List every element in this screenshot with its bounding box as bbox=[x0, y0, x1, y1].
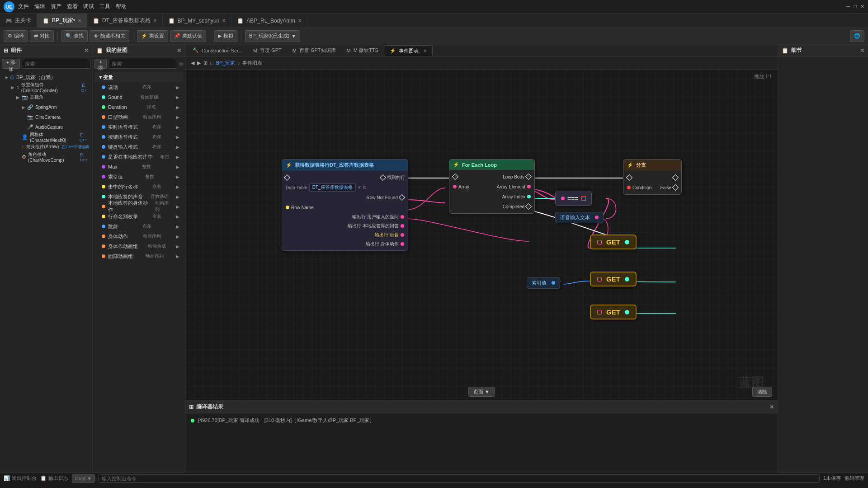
status-output-log[interactable]: 📋 输出日志 bbox=[40, 475, 68, 482]
console-input[interactable] bbox=[99, 474, 820, 483]
bp-var-local-db[interactable]: 是否在本地应答库中 布尔 ▶ bbox=[94, 152, 183, 162]
class-defaults-button[interactable]: 📌类默认值 bbox=[170, 30, 206, 42]
tab-main-level[interactable]: 🎮 主关卡 bbox=[0, 14, 37, 28]
tree-mesh[interactable]: 👤 网格体(CharacterMesh0) 在C++ bbox=[2, 132, 90, 142]
maximize-btn[interactable]: □ bbox=[854, 4, 857, 9]
canvas-tab-baidu-gpt[interactable]: M 百度 GPT bbox=[248, 45, 287, 56]
menu-file[interactable]: 文件 bbox=[18, 3, 29, 10]
bp-var-face-group[interactable]: 面部动画组 动画序列 ▶ bbox=[94, 251, 183, 261]
get-node-1[interactable]: GET bbox=[590, 235, 637, 249]
bp-var-duration[interactable]: Duration 浮点 ▶ bbox=[94, 102, 183, 112]
component-search-input[interactable] bbox=[22, 59, 90, 69]
dt-pick-icon[interactable]: ⊟ bbox=[363, 185, 367, 190]
details-panel-close[interactable]: ✕ bbox=[860, 47, 864, 54]
dt-clear-icon[interactable]: ✕ bbox=[358, 185, 361, 190]
index-value-node[interactable]: 索引值 bbox=[527, 277, 560, 289]
canvas-tab-construction[interactable]: 🔨 Construction Scr... bbox=[187, 45, 248, 56]
tree-charmove[interactable]: ⚙ 角色移动(CharMoveComp) 在C++ bbox=[2, 152, 90, 162]
variables-section-header[interactable]: ▼ 变量 bbox=[94, 72, 183, 82]
bp-var-realtime[interactable]: 实时语音模式 布尔 ▶ bbox=[94, 122, 183, 132]
get-node-2[interactable]: GET bbox=[590, 272, 637, 286]
bp-var-keyboard[interactable]: 键盘输入模式 布尔 ▶ bbox=[94, 142, 183, 152]
clear-button[interactable]: 清除 bbox=[752, 387, 772, 397]
hide-unrelated-button[interactable]: 👁隐藏不相关 bbox=[90, 30, 129, 42]
compiler-panel-close[interactable]: ✕ bbox=[769, 404, 774, 410]
bp-var-lipsync[interactable]: 口型动画 动画序列 ▶ bbox=[94, 112, 183, 122]
bp-var-hit-name[interactable]: 击中的行名称 命名 ▶ bbox=[94, 182, 183, 192]
tab-close-bp-player[interactable]: ✕ bbox=[78, 18, 81, 23]
canvas-tab-close[interactable]: ✕ bbox=[423, 48, 427, 53]
foreach-node[interactable]: ⚡ For Each Loop Loop Body Array bbox=[449, 159, 535, 214]
simulate-button[interactable]: ▶模拟 bbox=[214, 30, 237, 42]
tab-abp[interactable]: 📋 ABP_RL_BodyAnim ✕ bbox=[231, 14, 307, 28]
breadcrumb-home-button[interactable]: ⊞ bbox=[203, 60, 208, 66]
bp-canvas[interactable]: 播放 1:1 bbox=[185, 70, 778, 400]
tree-arrow[interactable]: ↑ 箭头组件(Arrow) 在C++中继编辑 bbox=[2, 142, 90, 152]
compare-node[interactable]: === bbox=[555, 191, 592, 206]
close-btn[interactable]: ✕ bbox=[860, 4, 864, 9]
menu-help[interactable]: 帮助 bbox=[116, 3, 127, 10]
tab-close-abp[interactable]: ✕ bbox=[298, 18, 302, 23]
bp-var-dance[interactable]: 跳舞 布尔 ▶ bbox=[94, 221, 183, 231]
branch-header: ⚡ 分支 bbox=[623, 160, 681, 171]
source-control[interactable]: 源码管理 bbox=[844, 475, 864, 482]
add-blueprint-button[interactable]: + 添加 bbox=[94, 59, 107, 69]
branch-body: Condition False bbox=[623, 171, 681, 194]
canvas-tab-ms-tts[interactable]: M M 微软TTS bbox=[341, 45, 384, 56]
canvas-tab-baidu-kb[interactable]: M 百度 GPT知识库 bbox=[287, 45, 341, 56]
tab-close-dt[interactable]: ✕ bbox=[153, 18, 157, 23]
data-table-node[interactable]: ⚡ 获得数据表格行DT_应答库数据表格 找到的行 Data Table DT_应… bbox=[282, 159, 408, 251]
bp-var-talking[interactable]: 说话 布尔 ▶ bbox=[94, 82, 183, 92]
class-settings-button[interactable]: ⚡类设置 bbox=[137, 30, 168, 42]
menu-asset[interactable]: 资产 bbox=[51, 3, 61, 10]
nav-forward-button[interactable]: ▶ bbox=[197, 60, 201, 66]
status-output-console[interactable]: 📊 输出控制台 bbox=[4, 475, 37, 482]
bp-var-index[interactable]: 索引值 整数 ▶ bbox=[94, 172, 183, 182]
dt-out-pin-3 bbox=[401, 233, 404, 237]
page-button[interactable]: 页面 ▼ bbox=[468, 387, 495, 397]
bp-var-local-anim[interactable]: 本地应答的身体动作 动画序列 ▶ bbox=[94, 202, 183, 211]
voice-input-text-node[interactable]: 语音输入文本 bbox=[555, 212, 604, 223]
tab-dt[interactable]: 📋 DT_应答库数据表格 ✕ bbox=[87, 14, 163, 28]
bp-var-max[interactable]: Max 整数 ▶ bbox=[94, 162, 183, 172]
tree-collision[interactable]: ▶ ○ 骰置体组件(CollisionCylinder) 在C+ bbox=[2, 82, 90, 92]
menu-edit[interactable]: 编辑 bbox=[34, 3, 45, 10]
get2-out-pin bbox=[625, 277, 629, 282]
bp-var-sound[interactable]: Sound 音效基础 ▶ bbox=[94, 92, 183, 102]
zoom-indicator: 播放 1:1 bbox=[754, 73, 772, 80]
minimize-btn[interactable]: ─ bbox=[847, 4, 850, 9]
browse-button[interactable]: 🌐 bbox=[850, 30, 864, 42]
diff-button[interactable]: ⇌对比 bbox=[30, 30, 54, 42]
tab-close-seohyun[interactable]: ✕ bbox=[222, 18, 226, 23]
tab-bp-seohyun[interactable]: 📋 BP_MY_seohyun ✕ bbox=[163, 14, 232, 28]
menu-view[interactable]: 查看 bbox=[67, 3, 78, 10]
blueprint-search-input[interactable] bbox=[108, 59, 177, 69]
canvas-tab-event-graph[interactable]: ⚡ 事件图表 ✕ bbox=[384, 45, 433, 56]
add-component-button[interactable]: + 添加 bbox=[2, 59, 20, 69]
find-button[interactable]: 🔍查找 bbox=[61, 30, 88, 42]
menu-debug[interactable]: 调试 bbox=[83, 3, 94, 10]
get-node-3[interactable]: GET bbox=[590, 305, 637, 319]
components-panel-close[interactable]: ✕ bbox=[84, 47, 89, 54]
bp-settings-icon[interactable]: ⚙ bbox=[179, 61, 183, 66]
tree-cinecamera[interactable]: 📷 CineCamera bbox=[2, 112, 90, 122]
play-actor-button[interactable]: BP_玩家0(已生成) ▼ bbox=[245, 30, 300, 42]
tree-root[interactable]: ▶ ⬡ BP_玩家（自我） bbox=[2, 72, 90, 82]
tab-bp-player[interactable]: 📋 BP_玩家• ✕ bbox=[37, 14, 87, 28]
tree-main-view[interactable]: ▶ 📷 主视角 bbox=[2, 92, 90, 102]
index-out-pin bbox=[552, 281, 555, 285]
tree-audiocapture[interactable]: 🎤 AudioCapture bbox=[2, 122, 90, 132]
menu-tools[interactable]: 工具 bbox=[99, 3, 110, 10]
compile-button[interactable]: ⚙编译 bbox=[4, 30, 28, 42]
branch-node[interactable]: ⚡ 分支 Condition False bbox=[623, 159, 682, 195]
bp-var-bodyaction[interactable]: 身体动作 动画序列 ▶ bbox=[94, 231, 183, 241]
bp-var-keyvoice[interactable]: 按键语音模式 布尔 ▶ bbox=[94, 132, 183, 142]
breadcrumb-bp[interactable]: BP_玩家 bbox=[216, 60, 236, 66]
breadcrumb-map-button[interactable]: □ bbox=[210, 61, 213, 66]
ue-logo: UE bbox=[4, 1, 14, 12]
tree-springarm[interactable]: ▶ 🔗 SpringArm bbox=[2, 102, 90, 112]
bp-var-body-group[interactable]: 身体作动画组 动画合成 ▶ bbox=[94, 241, 183, 251]
bp-panel-close[interactable]: ✕ bbox=[177, 47, 181, 54]
success-indicator bbox=[191, 419, 194, 422]
nav-back-button[interactable]: ◀ bbox=[191, 60, 194, 66]
